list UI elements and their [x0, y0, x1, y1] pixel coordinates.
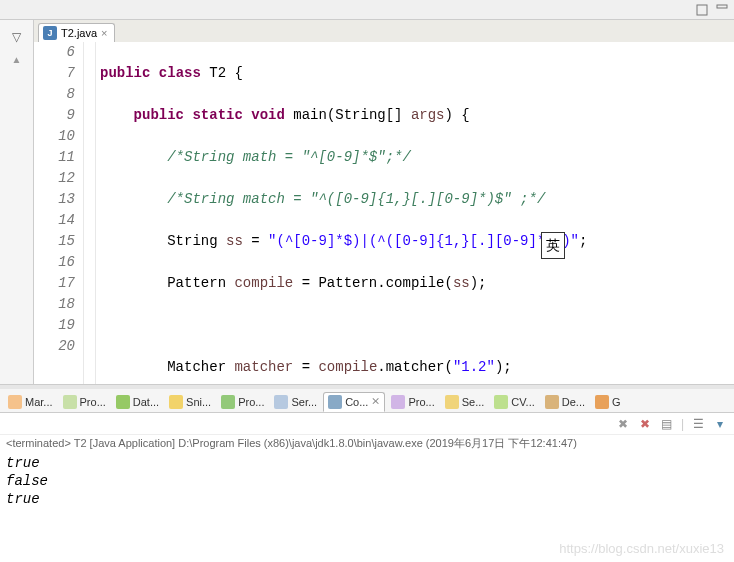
bottom-pane: Mar... Pro... Dat... Sni... Pro... Ser..…	[0, 385, 734, 540]
editor-pane: J T2.java × 67891011121314151617181920 p…	[34, 20, 734, 384]
marker-icon[interactable]: ▲	[12, 54, 22, 65]
tab-label: De...	[562, 396, 585, 408]
console-toolbar: ✖ ✖ ▤ | ☰ ▾	[0, 413, 734, 435]
tab-row: J T2.java ×	[34, 20, 734, 42]
display-selected-icon[interactable]: ▾	[712, 416, 728, 432]
collapse-icon[interactable]: ▽	[12, 30, 21, 44]
tab-label: Sni...	[186, 396, 211, 408]
console-output[interactable]: truefalsetrue	[0, 452, 734, 540]
debug-icon	[545, 395, 559, 409]
console-icon	[328, 395, 342, 409]
tab-search[interactable]: Se...	[441, 393, 489, 411]
svg-rect-1	[717, 5, 727, 8]
search-icon	[445, 395, 459, 409]
git-icon	[595, 395, 609, 409]
main-area: ▽ ▲ J T2.java × 678910111213141516171819…	[0, 20, 734, 385]
left-gutter: ▽ ▲	[0, 20, 34, 384]
problems-icon	[391, 395, 405, 409]
tab-markers[interactable]: Mar...	[4, 393, 57, 411]
tab-problems[interactable]: Pro...	[387, 393, 438, 411]
markers-icon	[8, 395, 22, 409]
tab-progress[interactable]: Pro...	[217, 393, 268, 411]
code-content[interactable]: public class T2 { public static void mai…	[96, 42, 734, 384]
tab-label: Se...	[462, 396, 485, 408]
pin-console-icon[interactable]: ☰	[690, 416, 706, 432]
tab-label: Pro...	[238, 396, 264, 408]
tab-label: Mar...	[25, 396, 53, 408]
java-file-icon: J	[43, 26, 57, 40]
tab-label: Ser...	[291, 396, 317, 408]
watermark: https://blog.csdn.net/xuxie13	[559, 541, 724, 556]
remove-all-icon[interactable]: ✖	[615, 416, 631, 432]
tab-properties[interactable]: Pro...	[59, 393, 110, 411]
clear-console-icon[interactable]: ▤	[659, 416, 675, 432]
remove-launch-icon[interactable]: ✖	[637, 416, 653, 432]
tab-label: Dat...	[133, 396, 159, 408]
servers-icon	[274, 395, 288, 409]
snippets-icon	[169, 395, 183, 409]
data-icon	[116, 395, 130, 409]
tab-debug[interactable]: De...	[541, 393, 589, 411]
tab-snippets[interactable]: Sni...	[165, 393, 215, 411]
top-toolbar	[0, 0, 734, 20]
file-tab-t2[interactable]: J T2.java ×	[38, 23, 115, 42]
svg-rect-0	[697, 5, 707, 15]
tab-data[interactable]: Dat...	[112, 393, 163, 411]
maximize-icon[interactable]	[694, 2, 710, 18]
tab-label: Pro...	[408, 396, 434, 408]
coverage-icon	[494, 395, 508, 409]
tab-git[interactable]: G	[591, 393, 625, 411]
fold-gutter[interactable]	[84, 42, 96, 384]
console-header: <terminated> T2 [Java Application] D:\Pr…	[0, 435, 734, 452]
line-number-gutter: 67891011121314151617181920	[34, 42, 84, 384]
file-tab-label: T2.java	[61, 27, 97, 39]
progress-icon	[221, 395, 235, 409]
tab-servers[interactable]: Ser...	[270, 393, 321, 411]
view-tabs: Mar... Pro... Dat... Sni... Pro... Ser..…	[0, 389, 734, 413]
code-area[interactable]: 67891011121314151617181920 public class …	[34, 42, 734, 384]
ime-indicator: 英	[541, 232, 565, 259]
close-view-icon[interactable]: ⨯	[371, 395, 380, 408]
tab-console[interactable]: Co... ⨯	[323, 392, 385, 412]
tab-label: CV...	[511, 396, 534, 408]
close-tab-icon[interactable]: ×	[101, 27, 107, 39]
tab-label: Co...	[345, 396, 368, 408]
tab-coverage[interactable]: CV...	[490, 393, 538, 411]
minimize-icon[interactable]	[714, 2, 730, 18]
tab-label: Pro...	[80, 396, 106, 408]
properties-icon	[63, 395, 77, 409]
tab-label: G	[612, 396, 621, 408]
